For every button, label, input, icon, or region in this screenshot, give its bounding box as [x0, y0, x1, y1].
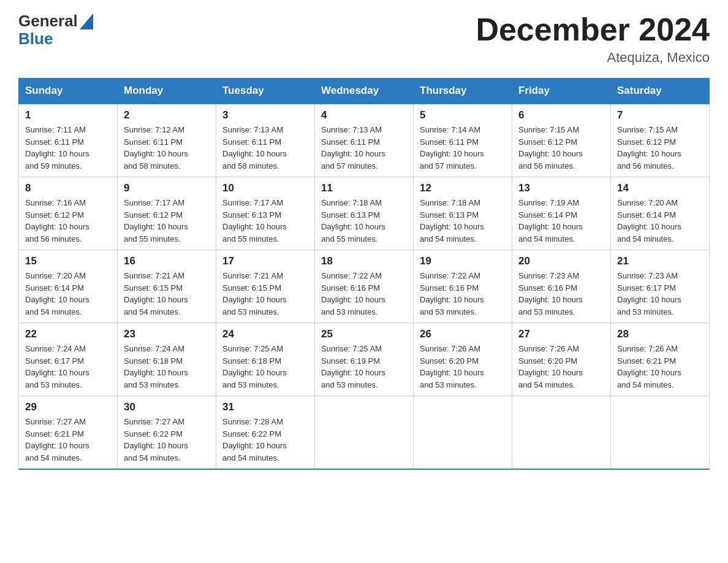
- day-cell: 25 Sunrise: 7:25 AM Sunset: 6:19 PM Dayl…: [315, 323, 414, 396]
- day-info: Sunrise: 7:14 AM Sunset: 6:11 PM Dayligh…: [420, 124, 506, 172]
- day-number: 22: [25, 328, 111, 340]
- day-info: Sunrise: 7:28 AM Sunset: 6:22 PM Dayligh…: [222, 416, 308, 464]
- day-cell: 9 Sunrise: 7:17 AM Sunset: 6:12 PM Dayli…: [118, 177, 216, 250]
- day-info: Sunrise: 7:26 AM Sunset: 6:21 PM Dayligh…: [617, 343, 703, 391]
- day-info: Sunrise: 7:18 AM Sunset: 6:13 PM Dayligh…: [321, 197, 407, 245]
- logo-triangle-icon: [80, 13, 93, 29]
- day-number: 6: [518, 109, 604, 121]
- header-cell-monday: Monday: [118, 79, 216, 104]
- week-row-1: 1 Sunrise: 7:11 AM Sunset: 6:11 PM Dayli…: [19, 104, 710, 177]
- day-info: Sunrise: 7:26 AM Sunset: 6:20 PM Dayligh…: [420, 343, 506, 391]
- day-number: 18: [321, 255, 407, 267]
- day-number: 20: [518, 255, 604, 267]
- day-cell: 14 Sunrise: 7:20 AM Sunset: 6:14 PM Dayl…: [611, 177, 710, 250]
- day-info: Sunrise: 7:24 AM Sunset: 6:18 PM Dayligh…: [124, 343, 210, 391]
- day-info: Sunrise: 7:17 AM Sunset: 6:13 PM Dayligh…: [222, 197, 308, 245]
- day-cell: 18 Sunrise: 7:22 AM Sunset: 6:16 PM Dayl…: [315, 250, 414, 323]
- day-info: Sunrise: 7:16 AM Sunset: 6:12 PM Dayligh…: [25, 197, 111, 245]
- day-cell: 10 Sunrise: 7:17 AM Sunset: 6:13 PM Dayl…: [216, 177, 315, 250]
- month-title: December 2024: [476, 12, 710, 47]
- day-cell: 4 Sunrise: 7:13 AM Sunset: 6:11 PM Dayli…: [315, 104, 414, 177]
- day-info: Sunrise: 7:19 AM Sunset: 6:14 PM Dayligh…: [518, 197, 604, 245]
- header-cell-sunday: Sunday: [19, 79, 118, 104]
- logo: General Blue: [18, 12, 93, 47]
- calendar-table: SundayMondayTuesdayWednesdayThursdayFrid…: [18, 78, 710, 470]
- header-cell-thursday: Thursday: [414, 79, 512, 104]
- day-number: 13: [518, 182, 604, 194]
- day-cell: 29 Sunrise: 7:27 AM Sunset: 6:21 PM Dayl…: [19, 396, 118, 470]
- day-cell: 31 Sunrise: 7:28 AM Sunset: 6:22 PM Dayl…: [216, 396, 315, 470]
- day-cell: 19 Sunrise: 7:22 AM Sunset: 6:16 PM Dayl…: [414, 250, 512, 323]
- day-cell: [512, 396, 611, 470]
- day-number: 11: [321, 182, 407, 194]
- day-info: Sunrise: 7:18 AM Sunset: 6:13 PM Dayligh…: [420, 197, 506, 245]
- day-info: Sunrise: 7:26 AM Sunset: 6:20 PM Dayligh…: [518, 343, 604, 391]
- header-cell-wednesday: Wednesday: [315, 79, 414, 104]
- logo-general: General: [18, 12, 78, 30]
- day-cell: 21 Sunrise: 7:23 AM Sunset: 6:17 PM Dayl…: [611, 250, 710, 323]
- day-number: 5: [420, 109, 506, 121]
- day-info: Sunrise: 7:20 AM Sunset: 6:14 PM Dayligh…: [617, 197, 703, 245]
- day-number: 21: [617, 255, 703, 267]
- day-cell: 20 Sunrise: 7:23 AM Sunset: 6:16 PM Dayl…: [512, 250, 611, 323]
- day-number: 31: [222, 401, 308, 413]
- day-number: 7: [617, 109, 703, 121]
- logo-blue: Blue: [18, 29, 53, 48]
- day-number: 15: [25, 255, 111, 267]
- day-info: Sunrise: 7:27 AM Sunset: 6:21 PM Dayligh…: [25, 416, 111, 464]
- day-cell: [414, 396, 512, 470]
- header-cell-friday: Friday: [512, 79, 611, 104]
- day-number: 30: [124, 401, 210, 413]
- day-cell: 2 Sunrise: 7:12 AM Sunset: 6:11 PM Dayli…: [118, 104, 216, 177]
- header-right: December 2024 Atequiza, Mexico: [476, 12, 710, 66]
- day-number: 8: [25, 182, 111, 194]
- day-cell: 28 Sunrise: 7:26 AM Sunset: 6:21 PM Dayl…: [611, 323, 710, 396]
- day-cell: 15 Sunrise: 7:20 AM Sunset: 6:14 PM Dayl…: [19, 250, 118, 323]
- day-info: Sunrise: 7:23 AM Sunset: 6:16 PM Dayligh…: [518, 270, 604, 318]
- day-info: Sunrise: 7:22 AM Sunset: 6:16 PM Dayligh…: [321, 270, 407, 318]
- day-cell: 7 Sunrise: 7:15 AM Sunset: 6:12 PM Dayli…: [611, 104, 710, 177]
- day-info: Sunrise: 7:13 AM Sunset: 6:11 PM Dayligh…: [321, 124, 407, 172]
- day-cell: 13 Sunrise: 7:19 AM Sunset: 6:14 PM Dayl…: [512, 177, 611, 250]
- location: Atequiza, Mexico: [476, 50, 710, 66]
- day-number: 25: [321, 328, 407, 340]
- day-number: 1: [25, 109, 111, 121]
- day-number: 23: [124, 328, 210, 340]
- day-cell: 17 Sunrise: 7:21 AM Sunset: 6:15 PM Dayl…: [216, 250, 315, 323]
- day-info: Sunrise: 7:27 AM Sunset: 6:22 PM Dayligh…: [124, 416, 210, 464]
- day-number: 24: [222, 328, 308, 340]
- day-cell: 27 Sunrise: 7:26 AM Sunset: 6:20 PM Dayl…: [512, 323, 611, 396]
- day-cell: 23 Sunrise: 7:24 AM Sunset: 6:18 PM Dayl…: [118, 323, 216, 396]
- day-info: Sunrise: 7:21 AM Sunset: 6:15 PM Dayligh…: [124, 270, 210, 318]
- week-row-3: 15 Sunrise: 7:20 AM Sunset: 6:14 PM Dayl…: [19, 250, 710, 323]
- day-number: 9: [124, 182, 210, 194]
- day-number: 14: [617, 182, 703, 194]
- page-header: General Blue December 2024 Atequiza, Mex…: [18, 12, 710, 66]
- week-row-5: 29 Sunrise: 7:27 AM Sunset: 6:21 PM Dayl…: [19, 396, 710, 470]
- day-number: 2: [124, 109, 210, 121]
- day-info: Sunrise: 7:24 AM Sunset: 6:17 PM Dayligh…: [25, 343, 111, 391]
- day-cell: 3 Sunrise: 7:13 AM Sunset: 6:11 PM Dayli…: [216, 104, 315, 177]
- day-cell: 5 Sunrise: 7:14 AM Sunset: 6:11 PM Dayli…: [414, 104, 512, 177]
- day-cell: 12 Sunrise: 7:18 AM Sunset: 6:13 PM Dayl…: [414, 177, 512, 250]
- day-cell: 6 Sunrise: 7:15 AM Sunset: 6:12 PM Dayli…: [512, 104, 611, 177]
- day-number: 12: [420, 182, 506, 194]
- day-info: Sunrise: 7:20 AM Sunset: 6:14 PM Dayligh…: [25, 270, 111, 318]
- calendar-body: 1 Sunrise: 7:11 AM Sunset: 6:11 PM Dayli…: [19, 104, 710, 469]
- day-number: 26: [420, 328, 506, 340]
- calendar-header: SundayMondayTuesdayWednesdayThursdayFrid…: [19, 79, 710, 104]
- day-info: Sunrise: 7:23 AM Sunset: 6:17 PM Dayligh…: [617, 270, 703, 318]
- day-number: 16: [124, 255, 210, 267]
- day-number: 19: [420, 255, 506, 267]
- day-number: 27: [518, 328, 604, 340]
- day-cell: 30 Sunrise: 7:27 AM Sunset: 6:22 PM Dayl…: [118, 396, 216, 470]
- day-cell: 26 Sunrise: 7:26 AM Sunset: 6:20 PM Dayl…: [414, 323, 512, 396]
- day-info: Sunrise: 7:25 AM Sunset: 6:19 PM Dayligh…: [321, 343, 407, 391]
- day-number: 29: [25, 401, 111, 413]
- day-number: 17: [222, 255, 308, 267]
- header-cell-saturday: Saturday: [611, 79, 710, 104]
- day-number: 3: [222, 109, 308, 121]
- svg-marker-0: [80, 13, 93, 29]
- day-number: 10: [222, 182, 308, 194]
- day-info: Sunrise: 7:12 AM Sunset: 6:11 PM Dayligh…: [124, 124, 210, 172]
